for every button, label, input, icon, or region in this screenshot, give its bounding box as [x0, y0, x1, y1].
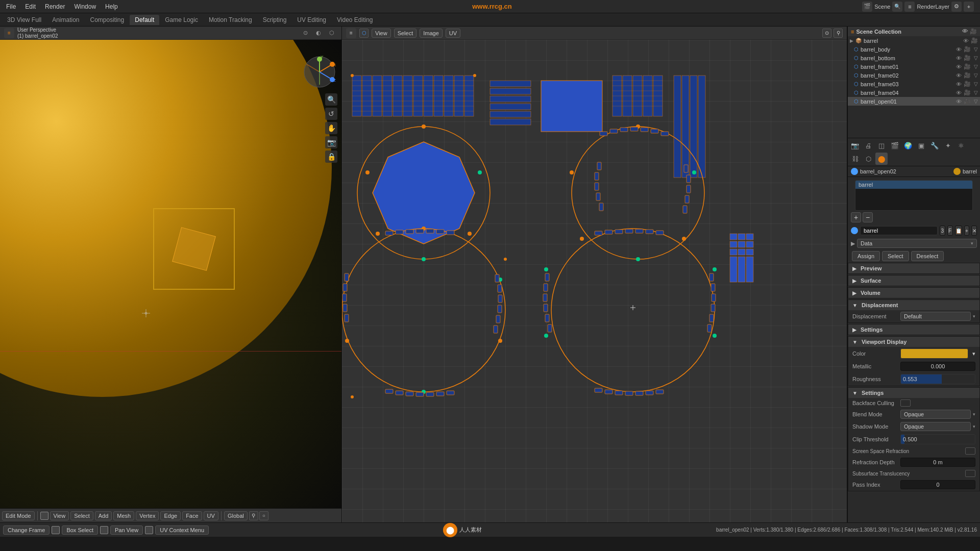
barrel-frame02-eye[interactable]: 👁: [956, 72, 962, 79]
box-select-btn[interactable]: Box Select: [62, 525, 98, 535]
modifier-icon[interactable]: 🔧: [928, 139, 941, 152]
displacement-dropdown[interactable]: Default: [900, 312, 971, 321]
barrel-body-cam[interactable]: 🎥: [964, 46, 971, 53]
roughness-bar[interactable]: 0.553: [900, 374, 975, 384]
particles-icon[interactable]: ✦: [942, 139, 954, 152]
barrel-cam[interactable]: 🎥: [971, 37, 978, 44]
snap-icon[interactable]: ⚲: [249, 511, 258, 520]
settings-header[interactable]: ▶ Settings: [848, 324, 979, 335]
pan-icon[interactable]: ✋: [325, 122, 337, 134]
uv-editor-content[interactable]: 人人素材 RRCG 人人素材: [342, 40, 847, 522]
color-swatch[interactable]: [900, 348, 968, 359]
surface-header[interactable]: ▶ Surface: [848, 276, 979, 286]
outliner-item-barrel-frame04[interactable]: ⬡ barrel_frame04 👁 🎥 ▽: [848, 88, 980, 97]
barrel-frame04-eye[interactable]: 👁: [956, 90, 962, 96]
preview-header[interactable]: ▶ Preview: [848, 263, 979, 273]
uv-image-btn[interactable]: Image: [420, 29, 443, 38]
view-btn[interactable]: View: [50, 511, 69, 520]
menu-file[interactable]: File: [2, 2, 20, 11]
scene-prop-icon[interactable]: 🎬: [889, 139, 901, 152]
mat-delete-btn[interactable]: ✕: [971, 226, 977, 236]
barrel-body-eye[interactable]: 👁: [956, 46, 962, 53]
barrel-eye[interactable]: 👁: [963, 38, 969, 44]
tab-3d-view-full[interactable]: 3D View Full: [2, 15, 46, 25]
tab-animation[interactable]: Animation: [47, 15, 84, 25]
constraints-icon[interactable]: ⛓: [849, 153, 861, 165]
pass-index-value[interactable]: 0: [900, 480, 975, 489]
material-slot-item[interactable]: barrel: [855, 181, 972, 189]
uv-overlay-icon[interactable]: ⊙: [822, 29, 831, 38]
render-icon[interactable]: 📷: [849, 139, 861, 152]
uv-context-btn[interactable]: UV Context Menu: [155, 525, 209, 535]
data-dropdown[interactable]: Data ▾: [857, 239, 977, 248]
volume-header[interactable]: ▶ Volume: [848, 288, 979, 298]
barrel-frame02-cam[interactable]: 🎥: [964, 72, 971, 79]
filter-icon[interactable]: ≡: [904, 2, 915, 12]
physics-icon[interactable]: ⚛: [955, 139, 967, 152]
uv-context-icon[interactable]: [145, 526, 153, 534]
mat-fake-user-btn[interactable]: F: [947, 226, 953, 236]
tab-compositing[interactable]: Compositing: [85, 15, 130, 25]
tab-motion-tracking[interactable]: Motion Tracking: [204, 15, 257, 25]
new-icon[interactable]: +: [964, 2, 974, 12]
tab-uv-editing[interactable]: UV Editing: [292, 15, 331, 25]
barrel-frame04-cam[interactable]: 🎥: [964, 89, 971, 96]
remove-slot-btn[interactable]: −: [863, 212, 873, 222]
barrel-open01-eye[interactable]: 👁: [956, 98, 962, 105]
box-select-icon[interactable]: [52, 526, 60, 534]
search-icon[interactable]: 🔍: [892, 2, 902, 12]
select-box-btn[interactable]: [40, 512, 48, 520]
barrel-frame03-eye[interactable]: 👁: [956, 81, 962, 87]
viewport-3d-content[interactable]: 人人素材 RRCG 人人素材 RRCG: [0, 40, 341, 522]
deselect-btn[interactable]: Deselect: [911, 251, 944, 261]
world-icon[interactable]: 🌍: [902, 139, 914, 152]
select-btn[interactable]: Select: [882, 251, 909, 261]
camera-icon[interactable]: 📷: [325, 136, 337, 148]
material-slot-list[interactable]: barrel: [855, 180, 973, 211]
outliner-item-barrel-frame03[interactable]: ⬡ barrel_frame03 👁 🎥 ▽: [848, 80, 980, 88]
viewport-display-header[interactable]: ▼ Viewport Display: [848, 337, 979, 347]
refraction-depth-value[interactable]: 0 m: [900, 458, 975, 467]
uv-mode-icon[interactable]: ⬡: [359, 29, 369, 38]
barrel-frame03-cam[interactable]: 🎥: [964, 81, 971, 87]
add-slot-btn[interactable]: +: [851, 212, 861, 222]
clip-threshold-bar[interactable]: 0.500: [900, 434, 975, 444]
lock-icon[interactable]: 🔒: [325, 151, 337, 163]
uv-select-btn[interactable]: Select: [394, 29, 417, 38]
viewport-overlay-icon[interactable]: ⊙: [300, 28, 311, 39]
uv-view-btn[interactable]: View: [372, 29, 391, 38]
outliner-item-barrel[interactable]: ▶ 📦 barrel 👁 🎥: [848, 36, 980, 45]
material-name-input[interactable]: [860, 226, 938, 235]
select-btn[interactable]: Select: [70, 511, 93, 520]
add-btn[interactable]: Add: [95, 511, 112, 520]
view-layer-icon[interactable]: ◫: [875, 139, 888, 152]
viewport-xray-icon[interactable]: ⬡: [326, 28, 337, 39]
output-icon[interactable]: 🖨: [862, 139, 874, 152]
mesh-btn[interactable]: Mesh: [113, 511, 134, 520]
color-expand-icon[interactable]: ▾: [972, 350, 975, 357]
pan-view-btn[interactable]: Pan View: [110, 525, 143, 535]
settings2-header[interactable]: ▼ Settings: [848, 388, 979, 398]
outliner-item-barrel-open01[interactable]: ⬡ barrel_open01 👁 🎥 ▽: [848, 97, 980, 106]
tab-video-editing[interactable]: Video Editing: [332, 15, 378, 25]
barrel-bottom-cam[interactable]: 🎥: [964, 55, 971, 61]
tab-default[interactable]: Default: [130, 15, 159, 25]
menu-help[interactable]: Help: [101, 2, 122, 11]
vertex-btn[interactable]: Vertex: [136, 511, 159, 520]
data-icon[interactable]: ⬡: [862, 153, 874, 165]
ssr-checkbox[interactable]: [965, 447, 975, 455]
outliner-item-barrel-body[interactable]: ⬡ barrel_body 👁 🎥 ▽: [848, 45, 980, 54]
uv-snap-icon[interactable]: ⚲: [834, 29, 843, 38]
transform-btn[interactable]: Global: [224, 511, 248, 520]
mode-select[interactable]: Edit Mode: [2, 511, 35, 520]
scene-icon[interactable]: 🎬: [862, 2, 872, 12]
tab-game-logic[interactable]: Game Logic: [160, 15, 203, 25]
barrel-frame01-eye[interactable]: 👁: [956, 64, 962, 70]
material-icon[interactable]: ⬤: [875, 153, 888, 165]
settings-icon[interactable]: ⚙: [951, 2, 962, 12]
outliner-item-barrel-bottom[interactable]: ⬡ barrel_bottom 👁 🎥 ▽: [848, 54, 980, 62]
mat-copy-btn[interactable]: 📋: [955, 226, 962, 236]
menu-edit[interactable]: Edit: [21, 2, 40, 11]
uv-btn[interactable]: UV: [204, 511, 218, 520]
metallic-value[interactable]: 0.000: [900, 362, 975, 371]
